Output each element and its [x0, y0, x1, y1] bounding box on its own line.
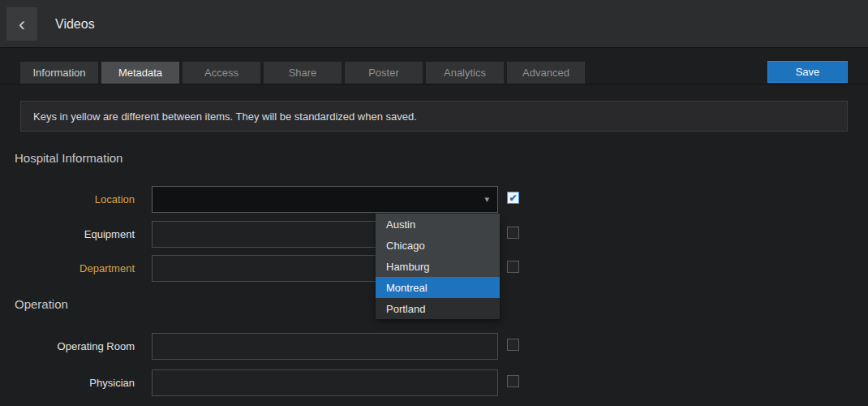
dropdown-option-hamburg[interactable]: Hamburg — [376, 256, 500, 277]
location-dropdown-menu: Austin Chicago Hamburg Montreal Portland — [376, 214, 500, 319]
page-title: Videos — [55, 0, 95, 48]
tab-information[interactable]: Information — [20, 62, 98, 84]
save-button[interactable]: Save — [767, 61, 848, 83]
operating-room-input[interactable] — [152, 333, 498, 360]
chevron-down-icon — [484, 194, 489, 205]
physician-label: Physician — [16, 377, 135, 389]
tabbar-divider — [0, 84, 868, 84]
physician-input[interactable] — [152, 369, 498, 396]
dropdown-option-montreal[interactable]: Montreal — [376, 277, 500, 298]
operating-room-label: Operating Room — [16, 340, 135, 352]
tab-metadata[interactable]: Metadata — [101, 62, 179, 84]
tab-analytics[interactable]: Analytics — [426, 62, 504, 84]
location-checkbox[interactable] — [507, 192, 519, 204]
dropdown-option-chicago[interactable]: Chicago — [376, 235, 500, 256]
header-bar: Videos — [0, 0, 868, 48]
equipment-label: Equipment — [16, 228, 135, 240]
operating-room-checkbox[interactable] — [507, 339, 519, 351]
tab-poster[interactable]: Poster — [345, 62, 423, 84]
dropdown-option-austin[interactable]: Austin — [376, 214, 500, 235]
chevron-left-icon — [19, 15, 25, 34]
tab-bar: Information Metadata Access Share Poster… — [20, 62, 585, 84]
location-label: Location — [16, 193, 135, 205]
physician-checkbox[interactable] — [507, 375, 519, 387]
dropdown-option-portland[interactable]: Portland — [376, 298, 500, 319]
notice-banner: Keys in yellow are different between ite… — [20, 101, 848, 132]
tab-advanced[interactable]: Advanced — [507, 62, 585, 84]
department-checkbox[interactable] — [507, 261, 519, 273]
tab-share[interactable]: Share — [264, 62, 342, 84]
department-label: Department — [16, 262, 135, 274]
equipment-checkbox[interactable] — [507, 227, 519, 239]
section-title-hospital-information: Hospital Information — [15, 151, 122, 165]
tab-access[interactable]: Access — [183, 62, 260, 84]
back-button[interactable] — [6, 7, 37, 41]
location-select[interactable] — [152, 186, 498, 213]
section-title-operation: Operation — [15, 297, 68, 311]
